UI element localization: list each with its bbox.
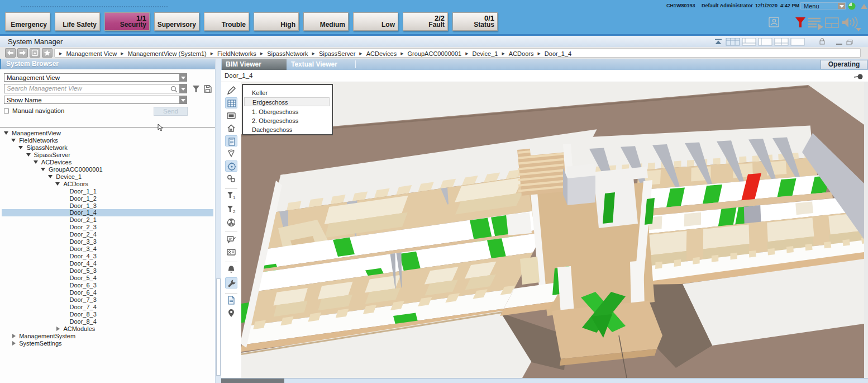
svg-text:2: 2 bbox=[233, 209, 236, 214]
svg-text:1: 1 bbox=[233, 195, 236, 200]
